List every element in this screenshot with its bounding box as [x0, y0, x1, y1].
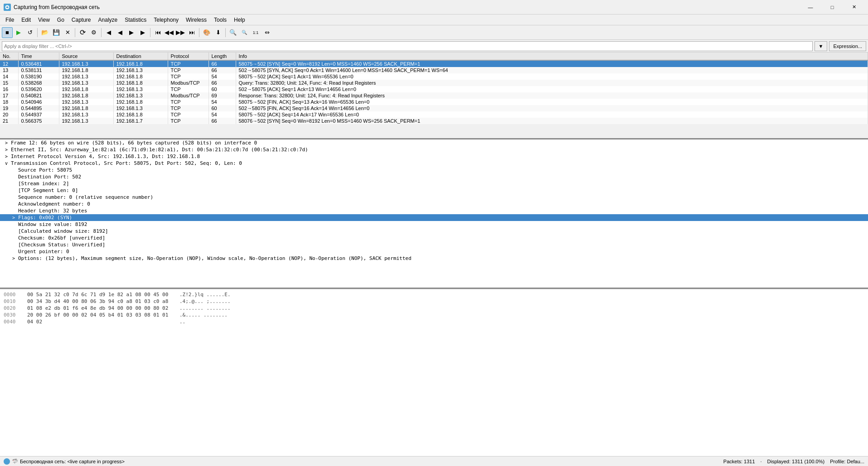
col-info[interactable]: Info [236, 53, 868, 60]
col-source[interactable]: Source [59, 53, 113, 60]
col-protocol[interactable]: Protocol [168, 53, 209, 60]
col-time[interactable]: Time [18, 53, 59, 60]
detail-item-options[interactable]: >Options: (12 bytes), Maximum segment si… [0, 255, 868, 262]
menu-item-edit[interactable]: Edit [18, 15, 34, 25]
minimize-button[interactable]: — [800, 0, 821, 14]
close-file-button[interactable]: ✕ [62, 27, 73, 38]
go-last-button[interactable]: ⏭ [186, 27, 197, 38]
go-next-button[interactable]: ▶▶ [175, 27, 186, 38]
reload-button[interactable]: ⟳ [77, 27, 88, 38]
cell-proto: TCP [168, 118, 209, 124]
detail-text: Ethernet II, Src: Azureway_1e:82:a1 (6c:… [11, 147, 308, 153]
expression-button[interactable]: Expression... [829, 41, 866, 51]
detail-item-win-size[interactable]: Window size value: 8192 [0, 221, 868, 228]
detail-item-urgent[interactable]: Urgent pointer: 0 [0, 248, 868, 255]
detail-text: [Stream index: 2] [18, 181, 69, 187]
table-row[interactable]: 140.538190192.168.1.3192.168.1.8TCP54580… [0, 73, 868, 80]
zoom-normal-button[interactable]: 1:1 [250, 27, 261, 38]
menu-item-go[interactable]: Go [53, 15, 68, 25]
table-row[interactable]: 190.544895192.168.1.8192.168.1.3TCP60502… [0, 105, 868, 111]
maximize-button[interactable]: □ [822, 0, 843, 14]
expand-icon[interactable]: v [4, 161, 9, 166]
packet-detail[interactable]: >Frame 12: 66 bytes on wire (528 bits), … [0, 139, 868, 289]
col-no[interactable]: No. [0, 53, 18, 60]
detail-item-tcp[interactable]: vTransmission Control Protocol, Src Port… [0, 160, 868, 167]
cell-proto: TCP [168, 105, 209, 111]
detail-text: Flags: 0x002 (SYN) [18, 215, 72, 221]
filter-input[interactable] [2, 41, 813, 51]
table-row[interactable]: 120.536481192.168.1.3192.168.1.8TCP66580… [0, 60, 868, 67]
col-length[interactable]: Length [209, 53, 236, 60]
detail-item-src-port[interactable]: Source Port: 58075 [0, 167, 868, 173]
detail-item-ack-num[interactable]: Acknowledgment number: 0 [0, 201, 868, 207]
menu-item-view[interactable]: View [34, 15, 53, 25]
packet-list[interactable]: No. Time Source Destination Protocol Len… [0, 53, 868, 139]
scroll-back-button[interactable]: ◀ [103, 27, 114, 38]
table-row[interactable]: 160.539620192.168.1.8192.168.1.3TCP60502… [0, 86, 868, 92]
detail-item-chk-status[interactable]: [Checksum Status: Unverified] [0, 241, 868, 248]
detail-item-seq-num[interactable]: Sequence number: 0 (relative sequence nu… [0, 194, 868, 201]
scroll-fwd-button[interactable]: ▶ [137, 27, 148, 38]
colorize-button[interactable]: 🎨 [201, 27, 212, 38]
expand-icon[interactable]: > [11, 256, 16, 261]
cell-time: 0.538268 [18, 80, 59, 86]
detail-item-ethernet[interactable]: >Ethernet II, Src: Azureway_1e:82:a1 (6c… [0, 146, 868, 153]
menu-item-statistics[interactable]: Statistics [121, 15, 150, 25]
expand-icon[interactable]: > [11, 215, 16, 221]
detail-item-dst-port[interactable]: Destination Port: 502 [0, 173, 868, 180]
cell-src: 192.168.1.8 [59, 67, 113, 73]
zoom-in-button[interactable]: 🔍 [228, 27, 238, 38]
detail-item-stream-idx[interactable]: [Stream index: 2] [0, 180, 868, 187]
detail-item-flags[interactable]: >Flags: 0x002 (SYN) [0, 214, 868, 221]
cell-len: 66 [209, 60, 236, 67]
prev-packet-button[interactable]: ◀ [115, 27, 126, 38]
save-button[interactable]: 💾 [51, 27, 62, 38]
detail-item-hdr-len[interactable]: Header Length: 32 bytes [0, 207, 868, 214]
expand-icon[interactable]: > [4, 154, 9, 159]
menu-item-tools[interactable]: Tools [210, 15, 230, 25]
table-row[interactable]: 170.540821192.168.1.8192.168.1.3Modbus/T… [0, 92, 868, 99]
table-row[interactable]: 150.538268192.168.1.3192.168.1.8Modbus/T… [0, 80, 868, 86]
menu-item-wireless[interactable]: Wireless [182, 15, 210, 25]
menu-item-help[interactable]: Help [230, 15, 249, 25]
go-first-button[interactable]: ⏮ [152, 27, 163, 38]
restart-capture-button[interactable]: ↺ [24, 27, 35, 38]
detail-text: [TCP Segment Len: 0] [18, 187, 78, 193]
autoscroll-button[interactable]: ⬇ [213, 27, 223, 38]
menu-item-analyze[interactable]: Analyze [95, 15, 121, 25]
menu-item-capture[interactable]: Capture [68, 15, 95, 25]
menu-item-file[interactable]: File [2, 15, 18, 25]
cell-time: 0.540821 [18, 92, 59, 99]
expand-icon[interactable]: > [4, 147, 9, 153]
detail-item-seg-len[interactable]: [TCP Segment Len: 0] [0, 187, 868, 194]
detail-text: Transmission Control Protocol, Src Port:… [11, 160, 242, 166]
col-destination[interactable]: Destination [113, 53, 168, 60]
cell-time: 0.566375 [18, 118, 59, 124]
table-row[interactable]: 180.540946192.168.1.3192.168.1.8TCP54580… [0, 99, 868, 105]
capture-options-button[interactable]: ⚙ [88, 27, 99, 38]
stop-capture-button[interactable]: ■ [2, 27, 13, 38]
hex-offset: 0000 [4, 292, 20, 298]
open-button[interactable]: 📂 [39, 27, 50, 38]
detail-item-frame[interactable]: >Frame 12: 66 bytes on wire (528 bits), … [0, 139, 868, 146]
detail-text: Internet Protocol Version 4, Src: 192.16… [11, 154, 200, 159]
cell-no: 17 [0, 92, 18, 99]
next-packet-button[interactable]: ▶ [126, 27, 137, 38]
expand-icon[interactable]: > [4, 140, 9, 146]
title-bar: Capturing from Беспроводная сеть — □ ✕ [0, 0, 868, 14]
detail-item-ipv4[interactable]: >Internet Protocol Version 4, Src: 192.1… [0, 153, 868, 160]
zoom-out-button[interactable]: 🔍 [239, 27, 250, 38]
table-row[interactable]: 130.538131192.168.1.8192.168.1.3TCP66502… [0, 67, 868, 73]
detail-item-calc-win[interactable]: [Calculated window size: 8192] [0, 228, 868, 235]
cell-time: 0.538190 [18, 73, 59, 80]
menu-item-telephony[interactable]: Telephony [150, 15, 182, 25]
table-row[interactable]: 200.544937192.168.1.3192.168.1.8TCP54580… [0, 111, 868, 118]
start-capture-button[interactable]: ▶ [13, 27, 24, 38]
resize-columns-button[interactable]: ⇔ [262, 27, 272, 38]
close-button[interactable]: ✕ [844, 0, 864, 14]
go-prev-button[interactable]: ◀◀ [164, 27, 175, 38]
cell-no: 20 [0, 111, 18, 118]
table-row[interactable]: 210.566375192.168.1.3192.168.1.7TCP66580… [0, 118, 868, 124]
detail-item-checksum[interactable]: Checksum: 0x26bf [unverified] [0, 235, 868, 241]
filter-dropdown-button[interactable]: ▼ [815, 41, 828, 51]
